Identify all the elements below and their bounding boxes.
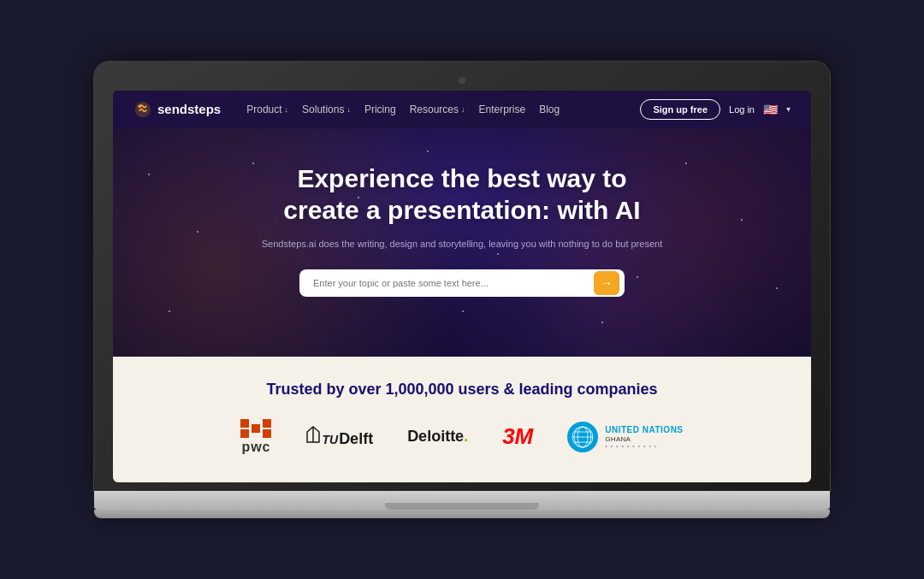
laptop-base bbox=[94, 491, 830, 510]
un-dots: • • • • • • • • • • bbox=[605, 443, 683, 449]
laptop-screen: sendsteps Product ↓ Solutions ↓ Pricing bbox=[113, 91, 811, 482]
nav-links: Product ↓ Solutions ↓ Pricing Resources … bbox=[246, 103, 623, 115]
tudelft-delft: Delft bbox=[339, 430, 373, 448]
nav-product[interactable]: Product ↓ bbox=[246, 103, 288, 115]
un-logo: UNITED NATIONS GHANA • • • • • • • • • • bbox=[567, 422, 683, 452]
logo-text: sendsteps bbox=[157, 102, 221, 116]
nav-enterprise[interactable]: Enterprise bbox=[478, 103, 525, 115]
solutions-dropdown-arrow: ↓ bbox=[346, 105, 351, 114]
trusted-title-text: Trusted by over 1,000,000 users & leadin… bbox=[266, 381, 608, 398]
un-globe-icon bbox=[570, 424, 595, 450]
nav-blog[interactable]: Blog bbox=[539, 103, 560, 115]
hero-title-line1: Experience the best way to bbox=[297, 164, 626, 192]
3m-logo: 3M bbox=[502, 423, 533, 450]
search-bar: → bbox=[299, 269, 625, 297]
nav-pricing[interactable]: Pricing bbox=[364, 103, 396, 115]
language-dropdown-arrow[interactable]: ▾ bbox=[786, 104, 791, 114]
svg-point-1 bbox=[139, 104, 142, 108]
hero-subtitle: Sendsteps.ai does the writing, design an… bbox=[130, 239, 794, 249]
product-dropdown-arrow: ↓ bbox=[285, 105, 289, 114]
laptop-mockup: sendsteps Product ↓ Solutions ↓ Pricing bbox=[94, 62, 830, 518]
camera bbox=[459, 77, 465, 84]
un-emblem bbox=[567, 422, 598, 452]
3m-text: 3M bbox=[502, 423, 533, 449]
hero-title: Experience the best way to create a pres… bbox=[130, 162, 794, 227]
nav-resources[interactable]: Resources ↓ bbox=[410, 103, 465, 115]
search-arrow-icon: → bbox=[601, 276, 613, 290]
un-subtitle: GHANA bbox=[605, 435, 683, 443]
search-submit-button[interactable]: → bbox=[594, 271, 619, 295]
navigation: sendsteps Product ↓ Solutions ↓ Pricing bbox=[113, 91, 811, 128]
resources-dropdown-arrow: ↓ bbox=[461, 105, 465, 114]
login-button[interactable]: Log in bbox=[729, 104, 755, 115]
language-flag[interactable]: 🇺🇸 bbox=[763, 103, 778, 116]
nav-actions: Sign up free Log in 🇺🇸 ▾ bbox=[640, 99, 791, 120]
pwc-symbol bbox=[240, 419, 271, 438]
tudelft-tu: TU bbox=[322, 433, 338, 446]
tudelft-svg bbox=[305, 425, 321, 444]
laptop-foot bbox=[94, 510, 830, 518]
screen-bezel: sendsteps Product ↓ Solutions ↓ Pricing bbox=[94, 62, 830, 491]
signup-button[interactable]: Sign up free bbox=[640, 99, 720, 120]
un-title: UNITED NATIONS bbox=[605, 425, 683, 435]
hero-title-line2: create a presentation: with AI bbox=[283, 196, 640, 224]
company-logos-row: pwc TUDelft Deloit bbox=[130, 419, 794, 455]
hero-section: Experience the best way to create a pres… bbox=[113, 128, 811, 357]
deloitte-text: Deloitte bbox=[407, 428, 464, 445]
logo-icon bbox=[133, 100, 152, 119]
nav-solutions[interactable]: Solutions ↓ bbox=[302, 103, 351, 115]
pwc-text: pwc bbox=[241, 440, 270, 455]
trusted-title: Trusted by over 1,000,000 users & leadin… bbox=[130, 381, 794, 399]
tudelft-logo: TUDelft bbox=[305, 425, 373, 448]
trusted-section: Trusted by over 1,000,000 users & leadin… bbox=[113, 357, 811, 482]
trusted-highlight: panies bbox=[609, 381, 658, 399]
site-logo[interactable]: sendsteps bbox=[133, 100, 221, 119]
tudelft-icon bbox=[305, 425, 321, 448]
topic-search-input[interactable] bbox=[299, 269, 625, 297]
pwc-logo: pwc bbox=[240, 419, 271, 455]
deloitte-logo: Deloitte. bbox=[407, 428, 468, 446]
deloitte-dot: . bbox=[464, 428, 468, 445]
un-text-block: UNITED NATIONS GHANA • • • • • • • • • • bbox=[605, 425, 683, 449]
